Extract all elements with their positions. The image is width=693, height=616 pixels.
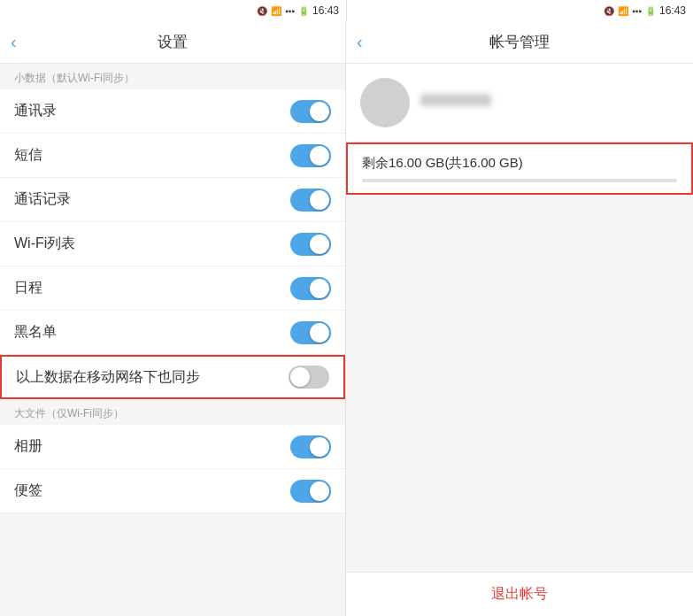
- wifi-icon-left: 📶: [271, 6, 281, 16]
- small-data-section: 小数据（默认Wi-Fi同步） 通讯录 短信 通话记录 Wi-Fi列表 日程: [0, 64, 345, 399]
- battery-icon-right: 🔋: [645, 6, 656, 16]
- contacts-toggle[interactable]: [290, 100, 331, 123]
- account-header: ‹ 帐号管理: [346, 21, 693, 64]
- account-title: 帐号管理: [489, 32, 550, 52]
- signal-icon-left: ▪▪▪: [285, 6, 295, 16]
- small-data-header: 小数据（默认Wi-Fi同步）: [0, 64, 345, 89]
- settings-title: 设置: [158, 32, 188, 52]
- photos-label: 相册: [14, 437, 42, 456]
- call-log-toggle[interactable]: [290, 189, 331, 212]
- account-profile-section: [346, 64, 693, 142]
- panels-container: ‹ 设置 小数据（默认Wi-Fi同步） 通讯录 短信 通话记录 Wi-Fi列表: [0, 21, 693, 616]
- notes-toggle[interactable]: [290, 480, 331, 503]
- call-log-item: 通话记录: [0, 178, 345, 222]
- contacts-item: 通讯录: [0, 89, 345, 134]
- storage-text: 剩余16.00 GB(共16.00 GB): [362, 155, 523, 170]
- logout-button[interactable]: 退出帐号: [346, 572, 693, 616]
- sms-item: 短信: [0, 134, 345, 178]
- battery-icon-left: 🔋: [298, 6, 309, 16]
- photos-toggle[interactable]: [290, 435, 331, 458]
- wifi-list-label: Wi-Fi列表: [14, 235, 75, 253]
- account-name-blurred: [420, 94, 491, 106]
- time-left: 16:43: [312, 4, 339, 17]
- mobile-sync-item: 以上数据在移动网络下也同步: [0, 355, 345, 399]
- photos-item: 相册: [0, 425, 345, 469]
- blacklist-item: 黑名单: [0, 311, 345, 355]
- account-back-button[interactable]: ‹: [357, 32, 363, 52]
- wifi-list-item: Wi-Fi列表: [0, 222, 345, 266]
- sms-label: 短信: [14, 146, 42, 165]
- schedule-toggle[interactable]: [290, 277, 331, 300]
- storage-bar: [362, 179, 677, 182]
- large-file-header: 大文件（仅Wi-Fi同步）: [0, 399, 345, 425]
- call-log-label: 通话记录: [14, 190, 71, 209]
- contacts-label: 通讯录: [14, 102, 57, 120]
- settings-panel: ‹ 设置 小数据（默认Wi-Fi同步） 通讯录 短信 通话记录 Wi-Fi列表: [0, 21, 346, 616]
- large-file-section: 大文件（仅Wi-Fi同步） 相册 便签: [0, 399, 345, 513]
- notes-label: 便签: [14, 481, 42, 500]
- mobile-sync-label: 以上数据在移动网络下也同步: [16, 368, 200, 387]
- signal-icon-right: ▪▪▪: [632, 6, 642, 16]
- blacklist-toggle[interactable]: [290, 321, 331, 344]
- schedule-label: 日程: [14, 279, 42, 297]
- schedule-item: 日程: [0, 266, 345, 311]
- account-info: [420, 94, 679, 112]
- wifi-list-toggle[interactable]: [290, 233, 331, 256]
- mobile-sync-toggle[interactable]: [289, 366, 329, 389]
- settings-header: ‹ 设置: [0, 21, 345, 64]
- storage-info-section: 剩余16.00 GB(共16.00 GB): [346, 142, 693, 195]
- blacklist-label: 黑名单: [14, 323, 57, 342]
- left-status-bar: 🔇 📶 ▪▪▪ 🔋 16:43: [0, 0, 347, 21]
- status-bar: 🔇 📶 ▪▪▪ 🔋 16:43 🔇 📶 ▪▪▪ 🔋 16:43: [0, 0, 693, 21]
- right-spacer: [346, 195, 693, 572]
- mute-icon-right: 🔇: [604, 6, 614, 16]
- time-right: 16:43: [659, 4, 686, 17]
- avatar: [360, 78, 410, 127]
- settings-back-button[interactable]: ‹: [11, 32, 17, 52]
- mute-icon-left: 🔇: [257, 6, 267, 16]
- right-status-bar: 🔇 📶 ▪▪▪ 🔋 16:43: [347, 0, 693, 21]
- logout-label: 退出帐号: [491, 585, 548, 604]
- notes-item: 便签: [0, 469, 345, 513]
- sms-toggle[interactable]: [290, 144, 331, 167]
- account-panel: ‹ 帐号管理 剩余16.00 GB(共16.00 GB) 退出帐号: [346, 21, 693, 616]
- wifi-icon-right: 📶: [618, 6, 628, 16]
